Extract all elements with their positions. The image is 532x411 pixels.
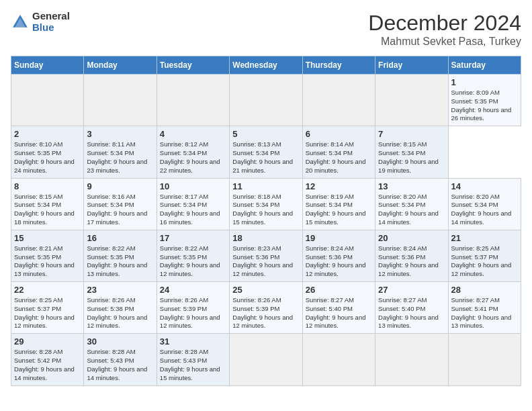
day-info: Sunrise: 8:28 AMSunset: 5:43 PMDaylight:… (87, 348, 153, 382)
day-info: Sunrise: 8:11 AMSunset: 5:34 PMDaylight:… (87, 140, 153, 175)
logo: General Blue (11, 11, 70, 33)
week-row-2: 2Sunrise: 8:10 AMSunset: 5:35 PMDaylight… (11, 126, 521, 178)
day-info: Sunrise: 8:20 AMSunset: 5:34 PMDaylight:… (378, 193, 445, 227)
day-number: 19 (306, 233, 372, 243)
day-info: Sunrise: 8:26 AMSunset: 5:38 PMDaylight:… (87, 296, 153, 330)
calendar-cell (11, 75, 84, 126)
day-number: 3 (87, 129, 153, 139)
day-number: 27 (378, 285, 445, 295)
day-number: 17 (160, 233, 226, 243)
calendar-cell: 29Sunrise: 8:28 AMSunset: 5:42 PMDayligh… (11, 334, 84, 385)
day-number: 29 (14, 336, 81, 347)
day-header-wednesday: Wednesday (230, 56, 302, 75)
calendar-cell: 3Sunrise: 8:11 AMSunset: 5:34 PMDaylight… (84, 126, 157, 178)
calendar-cell: 2Sunrise: 8:10 AMSunset: 5:35 PMDaylight… (11, 126, 84, 178)
day-number: 16 (87, 233, 153, 243)
calendar-cell: 28Sunrise: 8:27 AMSunset: 5:41 PMDayligh… (448, 282, 521, 334)
calendar-cell: 27Sunrise: 8:27 AMSunset: 5:40 PMDayligh… (375, 282, 448, 334)
calendar-cell: 16Sunrise: 8:22 AMSunset: 5:35 PMDayligh… (84, 230, 157, 281)
day-number: 14 (451, 181, 518, 191)
week-row-5: 22Sunrise: 8:25 AMSunset: 5:37 PMDayligh… (11, 282, 521, 334)
calendar-cell (302, 75, 375, 126)
calendar-cell: 30Sunrise: 8:28 AMSunset: 5:43 PMDayligh… (84, 334, 157, 385)
day-info: Sunrise: 8:10 AMSunset: 5:35 PMDaylight:… (14, 140, 81, 175)
day-info: Sunrise: 8:20 AMSunset: 5:34 PMDaylight:… (451, 193, 518, 227)
day-info: Sunrise: 8:25 AMSunset: 5:37 PMDaylight:… (14, 296, 81, 330)
day-number: 31 (160, 336, 226, 347)
day-info: Sunrise: 8:14 AMSunset: 5:34 PMDaylight:… (306, 140, 372, 175)
calendar-cell (302, 334, 375, 385)
calendar-cell: 9Sunrise: 8:16 AMSunset: 5:34 PMDaylight… (84, 178, 157, 230)
day-info: Sunrise: 8:15 AMSunset: 5:34 PMDaylight:… (14, 193, 81, 227)
day-header-sunday: Sunday (11, 56, 84, 75)
day-number: 28 (451, 285, 518, 295)
logo-icon (11, 13, 30, 32)
day-number: 11 (232, 181, 299, 191)
day-info: Sunrise: 8:27 AMSunset: 5:40 PMDaylight:… (378, 296, 445, 330)
page-header: General Blue December 2024 Mahmut Sevket… (11, 11, 521, 48)
calendar-cell: 21Sunrise: 8:25 AMSunset: 5:37 PMDayligh… (448, 230, 521, 281)
day-info: Sunrise: 8:24 AMSunset: 5:36 PMDaylight:… (378, 244, 445, 279)
location-title: Mahmut Sevket Pasa, Turkey (368, 36, 521, 48)
day-header-monday: Monday (84, 56, 157, 75)
day-info: Sunrise: 8:16 AMSunset: 5:34 PMDaylight:… (87, 193, 153, 227)
day-number: 1 (451, 77, 518, 87)
day-info: Sunrise: 8:24 AMSunset: 5:36 PMDaylight:… (306, 244, 372, 279)
calendar-cell: 14Sunrise: 8:20 AMSunset: 5:34 PMDayligh… (448, 178, 521, 230)
day-info: Sunrise: 8:26 AMSunset: 5:39 PMDaylight:… (232, 296, 299, 330)
day-info: Sunrise: 8:09 AMSunset: 5:35 PMDaylight:… (451, 89, 518, 123)
day-info: Sunrise: 8:28 AMSunset: 5:43 PMDaylight:… (160, 348, 226, 382)
calendar-cell: 5Sunrise: 8:13 AMSunset: 5:34 PMDaylight… (230, 126, 302, 178)
day-info: Sunrise: 8:13 AMSunset: 5:34 PMDaylight:… (232, 140, 299, 175)
day-number: 20 (378, 233, 445, 243)
day-number: 25 (232, 285, 299, 295)
calendar-cell: 24Sunrise: 8:26 AMSunset: 5:39 PMDayligh… (157, 282, 229, 334)
day-header-friday: Friday (375, 56, 448, 75)
day-number: 12 (306, 181, 372, 191)
day-number: 15 (14, 233, 81, 243)
day-number: 5 (232, 129, 299, 139)
day-number: 9 (87, 181, 153, 191)
week-row-1: 1Sunrise: 8:09 AMSunset: 5:35 PMDaylight… (11, 75, 521, 126)
day-number: 2 (14, 129, 81, 139)
calendar-cell: 25Sunrise: 8:26 AMSunset: 5:39 PMDayligh… (230, 282, 302, 334)
logo-text: General Blue (32, 11, 70, 33)
calendar-cell: 31Sunrise: 8:28 AMSunset: 5:43 PMDayligh… (157, 334, 229, 385)
calendar-cell: 11Sunrise: 8:18 AMSunset: 5:34 PMDayligh… (230, 178, 302, 230)
day-info: Sunrise: 8:18 AMSunset: 5:34 PMDaylight:… (232, 193, 299, 227)
day-number: 21 (451, 233, 518, 243)
calendar-cell: 12Sunrise: 8:19 AMSunset: 5:34 PMDayligh… (302, 178, 375, 230)
days-header-row: SundayMondayTuesdayWednesdayThursdayFrid… (11, 56, 521, 75)
calendar-cell: 17Sunrise: 8:22 AMSunset: 5:35 PMDayligh… (157, 230, 229, 281)
calendar-cell: 18Sunrise: 8:23 AMSunset: 5:36 PMDayligh… (230, 230, 302, 281)
logo-general: General (32, 11, 70, 22)
day-info: Sunrise: 8:27 AMSunset: 5:41 PMDaylight:… (451, 296, 518, 330)
day-number: 30 (87, 336, 153, 347)
day-info: Sunrise: 8:23 AMSunset: 5:36 PMDaylight:… (232, 244, 299, 279)
day-info: Sunrise: 8:19 AMSunset: 5:34 PMDaylight:… (306, 193, 372, 227)
month-title: December 2024 (368, 11, 521, 36)
day-info: Sunrise: 8:15 AMSunset: 5:34 PMDaylight:… (378, 140, 445, 175)
day-info: Sunrise: 8:25 AMSunset: 5:37 PMDaylight:… (451, 244, 518, 279)
calendar-cell: 23Sunrise: 8:26 AMSunset: 5:38 PMDayligh… (84, 282, 157, 334)
week-row-4: 15Sunrise: 8:21 AMSunset: 5:35 PMDayligh… (11, 230, 521, 281)
calendar-cell: 22Sunrise: 8:25 AMSunset: 5:37 PMDayligh… (11, 282, 84, 334)
day-number: 24 (160, 285, 226, 295)
day-info: Sunrise: 8:12 AMSunset: 5:34 PMDaylight:… (160, 140, 226, 175)
calendar-cell (157, 75, 229, 126)
day-number: 22 (14, 285, 81, 295)
day-number: 13 (378, 181, 445, 191)
day-number: 10 (160, 181, 226, 191)
calendar-cell (375, 334, 448, 385)
logo-blue: Blue (32, 22, 70, 34)
calendar-table: SundayMondayTuesdayWednesdayThursdayFrid… (11, 56, 521, 386)
day-info: Sunrise: 8:27 AMSunset: 5:40 PMDaylight:… (306, 296, 372, 330)
calendar-cell: 4Sunrise: 8:12 AMSunset: 5:34 PMDaylight… (157, 126, 229, 178)
day-info: Sunrise: 8:22 AMSunset: 5:35 PMDaylight:… (160, 244, 226, 279)
day-info: Sunrise: 8:22 AMSunset: 5:35 PMDaylight:… (87, 244, 153, 279)
day-number: 6 (306, 129, 372, 139)
calendar-cell: 8Sunrise: 8:15 AMSunset: 5:34 PMDaylight… (11, 178, 84, 230)
day-number: 26 (306, 285, 372, 295)
calendar-cell (84, 75, 157, 126)
title-block: December 2024 Mahmut Sevket Pasa, Turkey (368, 11, 521, 48)
